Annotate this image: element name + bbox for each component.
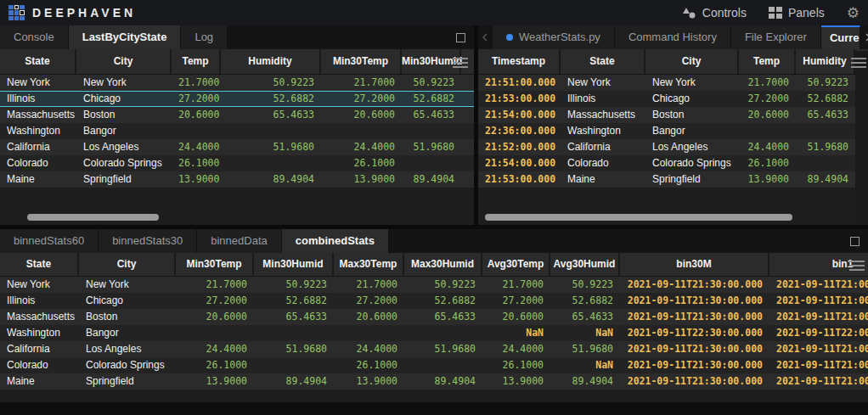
cell-city[interactable]: Boston	[645, 107, 739, 123]
cell-min30humid[interactable]	[402, 123, 461, 139]
cell-temp[interactable]: 27.2000	[739, 91, 796, 107]
column-header-min30temp[interactable]: Min30Temp	[321, 49, 402, 74]
cell-timestamp[interactable]: 21:53:00.000	[478, 91, 561, 107]
cell-humidity[interactable]: 89.4904	[221, 171, 321, 188]
cell-state[interactable]: Washington	[0, 123, 76, 139]
cell-humidity[interactable]: 65.4633	[221, 107, 321, 123]
cell-max30humid[interactable]: 52.6882	[404, 293, 482, 309]
column-header-bin30m[interactable]: bin30M	[620, 253, 769, 276]
cell-humidity[interactable]: 51.9680	[221, 139, 321, 155]
cell-max30temp[interactable]: 26.1000	[334, 357, 404, 373]
table-row[interactable]: New YorkNew York21.700050.922321.700050.…	[0, 277, 868, 293]
cell-state[interactable]: New York	[0, 75, 76, 91]
cell-city[interactable]: Springfield	[79, 373, 176, 390]
table-row[interactable]: IllinoisChicago27.200052.688227.200052.6…	[0, 293, 868, 309]
cell-min30humid[interactable]: 52.6882	[254, 293, 334, 309]
table-row[interactable]: 21:54:00.000ColoradoColorado Springs26.1…	[478, 155, 868, 171]
vertical-scrollbar-track[interactable]	[855, 51, 868, 225]
cell-temp[interactable]: 24.4000	[172, 139, 221, 155]
cell-bin1[interactable]: 2021-09-11T22:00:00.000	[769, 325, 868, 341]
cell-timestamp[interactable]: 21:53:00.000	[478, 171, 561, 188]
column-header-timestamp[interactable]: Timestamp	[478, 49, 561, 74]
maximize-icon[interactable]	[850, 237, 860, 246]
tab-file-explorer[interactable]: File Explorer	[731, 25, 821, 49]
cell-min30temp[interactable]: 20.6000	[321, 107, 402, 123]
cell-state[interactable]: Washington	[561, 123, 645, 139]
cell-state[interactable]: Massachusetts	[0, 107, 76, 123]
table-row[interactable]: ColoradoColorado Springs26.100026.1000	[0, 155, 474, 171]
column-header-max30temp[interactable]: Max30Temp	[334, 253, 404, 276]
cell-bin1[interactable]: 2021-09-11T21:00:00.000	[769, 277, 868, 293]
cell-max30humid[interactable]	[404, 357, 482, 373]
column-header-max30humid[interactable]: Max30Humid	[404, 253, 482, 276]
cell-humidity[interactable]	[796, 123, 855, 139]
cell-city[interactable]: Bangor	[645, 123, 739, 139]
cell-state[interactable]: Washington	[0, 325, 79, 341]
cell-city[interactable]: New York	[79, 277, 176, 293]
cell-bin1[interactable]: 2021-09-11T21:00:00.000	[769, 341, 868, 357]
tab-command-history[interactable]: Command History	[615, 25, 731, 49]
gear-icon[interactable]: ⚙	[847, 6, 860, 20]
cell-max30temp[interactable]: 20.6000	[334, 309, 404, 325]
table-row[interactable]: 21:54:00.000MassachusettsBoston20.600065…	[478, 107, 868, 123]
cell-humidity[interactable]: 89.4904	[796, 171, 855, 188]
cell-min30temp[interactable]: 26.1000	[321, 155, 402, 171]
cell-temp[interactable]: 20.6000	[739, 107, 796, 123]
column-header-city[interactable]: City	[79, 253, 176, 276]
cell-min30temp[interactable]: 21.7000	[321, 75, 402, 91]
cell-avg30temp[interactable]: 13.9000	[482, 373, 550, 390]
table-menu-icon[interactable]	[849, 261, 865, 271]
cell-min30temp[interactable]: 24.4000	[321, 139, 402, 155]
cell-humidity[interactable]	[796, 155, 855, 171]
tab-weatherstats[interactable]: WeatherStats.py	[493, 25, 615, 49]
cell-city[interactable]: Springfield	[76, 171, 172, 188]
cell-bin30m[interactable]: 2021-09-11T21:30:00.000	[620, 373, 769, 390]
cell-state[interactable]: Colorado	[0, 357, 79, 373]
cell-min30humid[interactable]	[254, 325, 334, 341]
cell-city[interactable]: Bangor	[76, 123, 172, 139]
cell-city[interactable]: Los Angeles	[645, 139, 739, 155]
cell-bin30m[interactable]: 2021-09-11T21:30:00.000	[620, 309, 769, 325]
table-row[interactable]: 21:51:00.000New YorkNew York21.700050.92…	[478, 75, 868, 91]
cell-state[interactable]: California	[0, 341, 79, 357]
cell-max30humid[interactable]: 65.4633	[404, 309, 482, 325]
column-header-temp[interactable]: Temp	[172, 49, 221, 74]
cell-avg30humid[interactable]: NaN	[550, 357, 620, 373]
horizontal-scrollbar[interactable]	[3, 214, 471, 221]
cell-city[interactable]: Los Angeles	[79, 341, 176, 357]
cell-min30humid[interactable]: 50.9223	[254, 277, 334, 293]
cell-state[interactable]: Maine	[561, 171, 645, 188]
cell-avg30humid[interactable]: 50.9223	[550, 277, 620, 293]
cell-timestamp[interactable]: 21:54:00.000	[478, 155, 561, 171]
cell-temp[interactable]: 27.2000	[172, 91, 221, 107]
tab-log[interactable]: Log	[181, 25, 228, 49]
cell-state[interactable]: Illinois	[0, 293, 79, 309]
cell-state[interactable]: Illinois	[0, 91, 76, 107]
cell-temp[interactable]: 13.9000	[739, 171, 796, 188]
cell-max30humid[interactable]: 89.4904	[404, 373, 482, 390]
cell-city[interactable]: Colorado Springs	[645, 155, 739, 171]
table-row[interactable]: 21:53:00.000IllinoisChicago27.200052.688…	[478, 91, 868, 107]
table-row[interactable]: CaliforniaLos Angeles24.400051.968024.40…	[0, 139, 474, 155]
cell-state[interactable]: California	[0, 139, 76, 155]
cell-state[interactable]: California	[561, 139, 645, 155]
cell-avg30humid[interactable]: 51.9680	[550, 341, 620, 357]
table-row[interactable]: MassachusettsBoston20.600065.463320.6000…	[0, 107, 474, 123]
cell-min30temp[interactable]: 13.9000	[176, 373, 254, 390]
cell-min30humid[interactable]: 51.9680	[254, 341, 334, 357]
column-header-state[interactable]: State	[0, 49, 76, 74]
tabs-scroll-left-icon[interactable]	[478, 25, 493, 49]
cell-avg30humid[interactable]: 89.4904	[550, 373, 620, 390]
cell-avg30humid[interactable]: 65.4633	[550, 309, 620, 325]
cell-humidity[interactable]: 52.6882	[796, 91, 855, 107]
cell-city[interactable]: Springfield	[645, 171, 739, 188]
cell-state[interactable]: Massachusetts	[0, 309, 79, 325]
table-row[interactable]: WashingtonBangor	[0, 123, 474, 139]
table-row[interactable]: MaineSpringfield13.900089.490413.900089.…	[0, 373, 868, 390]
column-header-humidity[interactable]: Humidity	[221, 49, 321, 74]
cell-avg30temp[interactable]: 27.2000	[482, 293, 550, 309]
cell-state[interactable]: Maine	[0, 171, 76, 188]
cell-max30temp[interactable]: 24.4000	[334, 341, 404, 357]
table-row[interactable]: MassachusettsBoston20.600065.463320.6000…	[0, 309, 868, 325]
horizontal-scrollbar[interactable]	[482, 214, 865, 221]
